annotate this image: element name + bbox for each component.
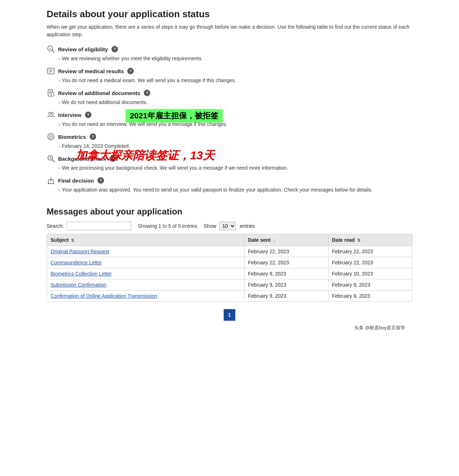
step-documents-content: We do not need additional documents. — [58, 99, 412, 106]
interview-help-icon[interactable]: ? — [85, 112, 91, 118]
medical-icon — [47, 67, 55, 75]
step-interview-label: Interview — [58, 112, 81, 118]
main-content: Details about your application status Wh… — [47, 9, 412, 331]
intro-text: When we get your application, there are … — [47, 23, 412, 38]
step-medical-header: Review of medical results ? — [47, 67, 412, 75]
subject-link[interactable]: Correspondence Letter — [51, 260, 102, 265]
svg-point-13 — [51, 112, 53, 114]
step-interview: Interview ? You do not need an interview… — [47, 110, 412, 128]
step-biometrics-content: February 14, 2023 Completed. — [58, 142, 412, 150]
search-label: Search: — [47, 223, 64, 229]
entries-label: entries — [240, 223, 255, 229]
step-eligibility-detail: We are reviewing whether you meet the el… — [58, 55, 412, 62]
table-controls: Search: Showing 1 to 5 of 5 entries Show… — [47, 222, 412, 230]
step-final-label: Final decision — [58, 178, 94, 184]
pagination: 1 — [47, 309, 412, 321]
biometrics-help-icon[interactable]: ? — [90, 133, 96, 140]
step-medical-label: Review of medical results — [58, 68, 124, 74]
step-documents-label: Review of additional documents — [58, 90, 140, 96]
steps-container: ✓ Review of eligibility ? We are reviewi… — [47, 45, 412, 194]
step-documents-detail: We do not need additional documents. — [58, 99, 412, 106]
step-final-detail: Your application was approved. You need … — [58, 186, 412, 194]
step-medical: Review of medical results ? You do not n… — [47, 67, 412, 84]
col-date-read-label: Date read — [332, 237, 355, 243]
svg-point-16 — [51, 136, 52, 137]
cell-date-sent: February 9, 2023 — [244, 291, 328, 302]
step-interview-content: You do not need an interview. We will se… — [58, 121, 412, 128]
documents-icon — [47, 89, 55, 97]
subject-link[interactable]: Confirmation of Online Application Trans… — [51, 293, 157, 299]
messages-table: Subject ⇅ Date sent ↓ Date read ⇅ Origin… — [47, 234, 412, 302]
show-label: Show — [204, 223, 216, 229]
subject-link[interactable]: Biometrics Collection Letter — [51, 271, 112, 277]
footer-watermark: 头条 @耿直boy直言留学 — [47, 325, 412, 331]
col-date-sent[interactable]: Date sent ↓ — [244, 234, 328, 246]
svg-line-18 — [52, 160, 54, 162]
svg-line-1 — [52, 50, 54, 52]
cell-date-sent: February 22, 2023 — [244, 257, 328, 268]
cell-date-sent: February 22, 2023 — [244, 246, 328, 257]
background-help-icon[interactable]: ? — [110, 155, 116, 162]
final-icon — [47, 176, 55, 185]
step-background-detail: We are processing your background check.… — [58, 164, 412, 172]
step-background-content: We are processing your background check.… — [58, 164, 412, 172]
step-final-content: Your application was approved. You need … — [58, 186, 412, 194]
messages-section: Messages about your application Search: … — [47, 207, 412, 331]
cell-subject: Original Passport Request — [47, 246, 245, 257]
step-interview-detail: You do not need an interview. We will se… — [58, 121, 412, 128]
cell-subject: Confirmation of Online Application Trans… — [47, 291, 245, 302]
step-final: Final decision ? Your application was ap… — [47, 176, 412, 194]
interview-icon — [47, 110, 55, 119]
col-subject-sort-icon: ⇅ — [71, 238, 74, 242]
step-background-label: Background check — [58, 156, 106, 162]
step-medical-detail: You do not need a medical exam. We will … — [58, 77, 412, 84]
step-background-header: Background check ? — [47, 154, 412, 163]
entries-info: Showing 1 to 5 of 5 entries — [138, 223, 197, 229]
step-documents-header: Review of additional documents ? — [47, 89, 412, 97]
cell-subject: Correspondence Letter — [47, 257, 245, 268]
step-documents: Review of additional documents ? We do n… — [47, 89, 412, 106]
cell-date-read: February 22, 2023 — [328, 257, 412, 268]
col-date-read-sort-icon: ⇅ — [357, 238, 360, 242]
table-row: Correspondence LetterFebruary 22, 2023Fe… — [47, 257, 412, 268]
page-1-button[interactable]: 1 — [223, 309, 236, 321]
cell-date-read: February 9, 2023 — [328, 291, 412, 302]
cell-date-sent: February 9, 2023 — [244, 268, 328, 279]
col-subject[interactable]: Subject ⇅ — [47, 234, 245, 246]
step-biometrics-header: Biometrics ? — [47, 132, 412, 141]
step-eligibility-content: We are reviewing whether you meet the el… — [58, 55, 412, 62]
cell-date-read: February 22, 2023 — [328, 246, 412, 257]
step-eligibility-label: Review of eligibility — [58, 46, 108, 52]
step-biometrics: Biometrics ? February 14, 2023 Completed… — [47, 132, 412, 150]
step-eligibility: ✓ Review of eligibility ? We are reviewi… — [47, 45, 412, 62]
step-biometrics-label: Biometrics — [58, 134, 86, 140]
svg-text:✓: ✓ — [49, 47, 52, 51]
cell-subject: Submission Confirmation — [47, 279, 245, 291]
subject-link[interactable]: Original Passport Request — [51, 249, 109, 254]
cell-date-sent: February 9, 2023 — [244, 279, 328, 291]
col-date-read[interactable]: Date read ⇅ — [328, 234, 412, 246]
background-icon — [47, 154, 55, 163]
final-help-icon[interactable]: ? — [98, 177, 104, 184]
step-background: Background check ? We are processing you… — [47, 154, 412, 172]
table-row: Biometrics Collection LetterFebruary 9, … — [47, 268, 412, 279]
table-header-row: Subject ⇅ Date sent ↓ Date read ⇅ — [47, 234, 412, 246]
step-medical-content: You do not need a medical exam. We will … — [58, 77, 412, 84]
table-row: Submission ConfirmationFebruary 9, 2023F… — [47, 279, 412, 291]
col-date-sent-sort-icon: ↓ — [273, 238, 275, 242]
search-input[interactable] — [67, 222, 131, 230]
show-select[interactable]: 10 25 50 — [219, 222, 236, 230]
page-title: Details about your application status — [47, 9, 412, 20]
cell-date-read: February 9, 2023 — [328, 279, 412, 291]
subject-link[interactable]: Submission Confirmation — [51, 282, 107, 288]
svg-point-12 — [49, 112, 51, 114]
eligibility-help-icon[interactable]: ? — [112, 46, 118, 52]
documents-help-icon[interactable]: ? — [144, 90, 150, 96]
step-final-header: Final decision ? — [47, 176, 412, 185]
svg-rect-11 — [51, 93, 54, 96]
step-interview-header: Interview ? — [47, 110, 412, 119]
cell-subject: Biometrics Collection Letter — [47, 268, 245, 279]
step-biometrics-detail: February 14, 2023 Completed. — [58, 142, 412, 150]
col-date-sent-label: Date sent — [248, 237, 271, 243]
medical-help-icon[interactable]: ? — [127, 68, 134, 74]
